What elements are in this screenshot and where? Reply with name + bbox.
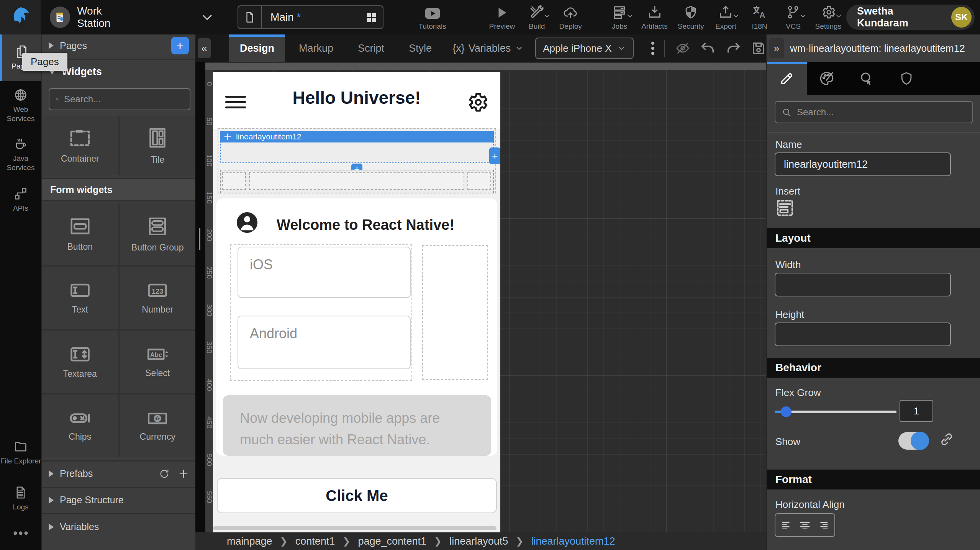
- breadcrumb-item-active[interactable]: linearlayoutitem12: [531, 535, 615, 547]
- widget-search[interactable]: [49, 88, 190, 110]
- widget-button-group[interactable]: Button Group: [120, 203, 196, 265]
- widget-chips[interactable]: Chips: [42, 394, 118, 457]
- widget-button[interactable]: Button: [42, 203, 118, 265]
- flex-grow-slider-thumb[interactable]: [781, 406, 792, 417]
- widget-text[interactable]: Text: [42, 267, 118, 329]
- welcome-heading[interactable]: Welcome to React Native!: [277, 217, 454, 233]
- more-options-icon[interactable]: [651, 41, 655, 56]
- phone-page-title[interactable]: Hello Universe!: [213, 87, 500, 108]
- layout-item-cell[interactable]: [467, 172, 491, 190]
- vcs-button[interactable]: VCS: [781, 4, 805, 31]
- phone-gear-icon[interactable]: [466, 90, 489, 114]
- widget-number[interactable]: 123 Number: [120, 267, 196, 329]
- deploy-button[interactable]: Deploy: [559, 4, 582, 31]
- align-right-icon[interactable]: [816, 519, 829, 532]
- widget-search-input[interactable]: [63, 93, 184, 105]
- chevron-down-icon[interactable]: [201, 11, 214, 24]
- widget-select[interactable]: Abc Select: [120, 331, 196, 393]
- selected-widget-bar[interactable]: linearlayoutitem12: [220, 131, 494, 142]
- property-search[interactable]: [775, 101, 973, 123]
- align-left-icon[interactable]: [780, 519, 793, 532]
- behavior-section-header[interactable]: Behavior: [767, 358, 980, 378]
- tab-design[interactable]: Design: [229, 34, 285, 62]
- horizontal-scrollbar-thumb[interactable]: [213, 526, 497, 530]
- app-logo[interactable]: [0, 0, 41, 34]
- sidebar-item-apis[interactable]: APIs: [0, 187, 41, 213]
- ios-list-item[interactable]: iOS: [238, 247, 411, 298]
- content-card[interactable]: Welcome to React Native! iOS Android Now…: [216, 198, 497, 456]
- width-field[interactable]: [775, 273, 951, 296]
- breadcrumb-item[interactable]: mainpage: [227, 535, 272, 547]
- export-button[interactable]: Export: [714, 4, 737, 31]
- widget-tile[interactable]: Tile: [120, 116, 196, 175]
- empty-column-region[interactable]: [422, 245, 488, 380]
- flex-grow-value[interactable]: 1: [900, 400, 933, 422]
- format-section-header[interactable]: Format: [767, 470, 980, 489]
- selected-widget-body[interactable]: [220, 142, 494, 163]
- tab-events[interactable]: [847, 62, 887, 95]
- variables-section[interactable]: Variables: [42, 513, 195, 550]
- layout-item-cell[interactable]: [222, 172, 246, 190]
- linearlayout-row[interactable]: [220, 170, 494, 193]
- redo-icon[interactable]: [726, 41, 741, 56]
- add-prefab-icon[interactable]: [178, 468, 189, 479]
- tab-security[interactable]: [887, 62, 926, 95]
- open-page-tab[interactable]: Main*: [238, 5, 384, 29]
- show-toggle[interactable]: [898, 432, 925, 450]
- sidebar-more-button[interactable]: [0, 529, 41, 537]
- tab-script[interactable]: Script: [347, 34, 395, 62]
- variables-menu[interactable]: {x} Variables: [452, 43, 524, 54]
- page-structure-section[interactable]: Page Structure: [42, 487, 195, 512]
- artifacts-button[interactable]: Artifacts: [641, 4, 668, 31]
- jobs-button[interactable]: Jobs: [608, 4, 631, 31]
- name-field[interactable]: [775, 152, 951, 176]
- widget-container[interactable]: Container: [42, 116, 118, 175]
- align-center-icon[interactable]: [798, 519, 811, 532]
- device-selector[interactable]: Apple iPhone X: [535, 38, 634, 59]
- insert-right-button[interactable]: +: [489, 147, 500, 164]
- collapse-right-panel-button[interactable]: »: [769, 38, 784, 58]
- settings-button[interactable]: Settings: [815, 4, 841, 31]
- flex-grow-slider[interactable]: [775, 411, 896, 413]
- height-field[interactable]: [775, 322, 951, 346]
- property-search-input[interactable]: [796, 106, 966, 118]
- widget-currency[interactable]: $ Currency: [120, 394, 196, 457]
- project-switcher[interactable]: Work Station: [50, 5, 214, 29]
- user-avatar-icon[interactable]: [237, 212, 257, 233]
- grid-view-icon[interactable]: [360, 11, 383, 23]
- layout-section-header[interactable]: Layout: [767, 228, 980, 248]
- sidebar-item-web-services[interactable]: Web Services: [0, 88, 41, 123]
- security-button[interactable]: Security: [678, 4, 704, 31]
- save-icon[interactable]: [751, 41, 766, 56]
- sidebar-item-logs[interactable]: Logs: [0, 486, 41, 512]
- breadcrumb-item[interactable]: page_content1: [358, 535, 426, 547]
- breadcrumb-item[interactable]: linearlayout5: [449, 535, 508, 547]
- tab-style[interactable]: Style: [398, 34, 442, 62]
- note-textarea[interactable]: Now developing mobile apps are much easi…: [223, 395, 491, 456]
- tutorials-button[interactable]: Tutorials: [418, 4, 446, 31]
- hide-overlays-icon[interactable]: [675, 41, 690, 56]
- widget-textarea[interactable]: Textarea: [42, 331, 118, 393]
- click-me-button[interactable]: Click Me: [217, 478, 497, 513]
- insert-linearlayout-button[interactable]: [775, 198, 795, 218]
- layout-item-cell[interactable]: [249, 172, 464, 190]
- sidebar-item-java-services[interactable]: Java Services: [0, 137, 41, 172]
- i18n-button[interactable]: A I18N: [747, 4, 771, 31]
- build-button[interactable]: Build: [525, 4, 549, 31]
- add-page-button[interactable]: +: [171, 37, 189, 54]
- undo-icon[interactable]: [700, 41, 716, 56]
- prefabs-section[interactable]: Prefabs: [42, 460, 195, 486]
- bind-property-icon[interactable]: [939, 431, 955, 447]
- user-menu[interactable]: Swetha Kundaram SK: [846, 5, 975, 30]
- vertical-scrollbar-thumb[interactable]: [199, 228, 200, 250]
- collapse-left-panel-button[interactable]: «: [198, 38, 211, 58]
- android-list-item[interactable]: Android: [238, 316, 411, 369]
- tab-properties[interactable]: [767, 62, 807, 95]
- preview-button[interactable]: Preview: [489, 4, 515, 31]
- tab-styles[interactable]: [807, 62, 847, 95]
- refresh-icon[interactable]: [159, 468, 170, 479]
- breadcrumb-item[interactable]: content1: [295, 535, 335, 547]
- tab-markup[interactable]: Markup: [288, 34, 344, 62]
- sidebar-item-file-explorer[interactable]: File Explorer: [0, 440, 41, 466]
- horizontal-scrollbar-top[interactable]: [205, 63, 766, 70]
